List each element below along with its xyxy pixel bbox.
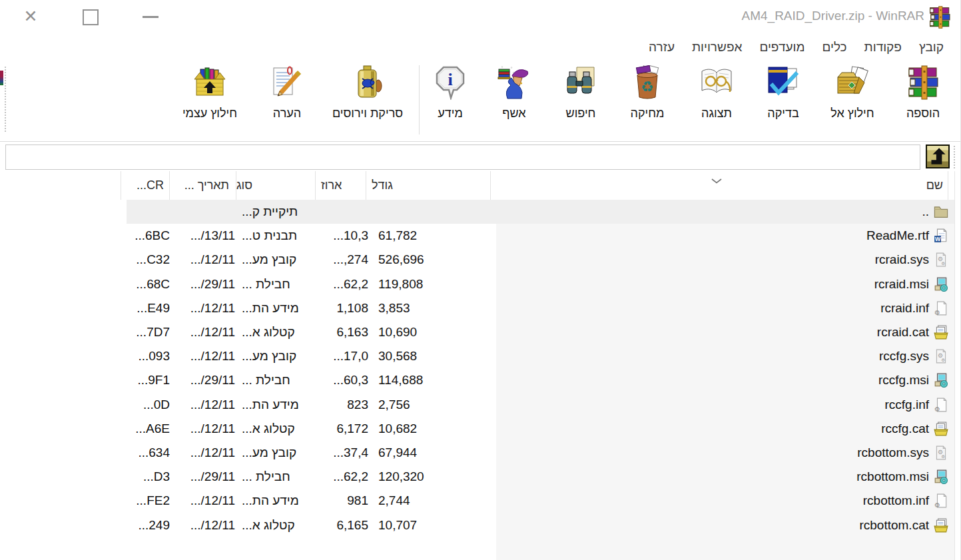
file-row[interactable]: ...6BC.../13/11תבנית ט......10,361,782WR… [0,224,954,248]
toolbar-label: תצוגה [701,107,732,121]
toolbar-label: אשף [502,107,525,121]
view-button[interactable]: תצוגה [682,63,751,121]
maximize-button[interactable] [75,0,107,33]
find-button[interactable]: חיפוש [549,63,613,121]
sfx-button[interactable]: חילוץ עצמי [163,63,256,121]
file-row[interactable]: ...C32.../12/11קובץ מע......,274526,696⚙… [0,248,954,272]
file-name: rcbottom.sys [857,445,929,460]
menu-file[interactable]: קובץ [910,34,952,61]
svg-text:⚙: ⚙ [941,454,945,459]
folder-icon [932,204,950,219]
toolbar-label: חיפוש [566,107,596,121]
addressbar-gripper[interactable] [954,146,956,168]
menu-commands[interactable]: פקודות [856,34,910,61]
virus-scan-icon [350,65,385,103]
cell-date: .../12/11 [175,344,242,368]
cell-crc: ...0D [127,393,175,417]
row-gutter [0,368,127,392]
file-name: rcbottom.cat [859,518,929,533]
cell-packed: ...17,0 [321,344,372,368]
file-row[interactable]: תיקיית ק..... [0,200,954,224]
file-name: .. [922,204,929,219]
extract-to-button[interactable]: חילוץ אל [815,63,890,121]
file-row[interactable]: ...249.../12/11קטלוג א...6,16510,707rcbo… [0,513,954,537]
msi-file-icon [932,373,950,388]
column-header-type[interactable]: סוג [236,171,315,200]
cat-file-icon [932,325,950,340]
cell-packed: ...,274 [321,248,372,272]
cell-crc: ...E49 [127,296,175,320]
add-button[interactable]: הוספה [890,63,956,121]
inf-file-icon: ⚙ [932,493,950,508]
row-gutter [0,296,127,320]
cell-date: .../12/11 [175,320,242,344]
comment-icon [270,65,304,103]
cat-file-icon [932,518,950,533]
test-button[interactable]: בדיקה [751,63,815,121]
cell-type: תיקיית ק... [242,200,321,224]
close-button[interactable]: ✕ [15,0,47,33]
file-row[interactable]: ...0D.../12/11מידע הת...8232,756⚙rccfg.i… [0,393,954,417]
file-name: rcraid.cat [877,325,929,340]
column-header-crc[interactable]: ...CR [121,171,169,200]
wizard-button[interactable]: אשף [480,63,549,121]
file-name: rcraid.inf [880,301,929,316]
menu-favorites[interactable]: מועדפים [751,34,813,61]
file-row[interactable]: ...7D7.../12/11קטלוג א...6,16310,690rcra… [0,320,954,344]
comment-button[interactable]: הערה [256,63,318,121]
file-row[interactable]: ...FE2.../12/11מידע הת...9812,744⚙rcbott… [0,489,954,513]
toolbar-separator [419,65,420,135]
file-name: rcraid.msi [874,277,929,292]
menu-options[interactable]: אפשרויות [683,34,751,61]
file-row[interactable]: ...E49.../12/11מידע הת...1,1083,853⚙rcra… [0,296,954,320]
cell-crc: ...FE2 [127,489,175,513]
delete-button[interactable]: ♻ מחיקה [613,63,682,121]
column-headers: ...CR תאריך ... סוג ארוז גודל שם [0,171,948,200]
column-header-size[interactable]: גודל [366,171,490,200]
cell-crc: ...093 [127,344,175,368]
cell-date: .../29/11 [175,272,242,296]
cell-crc: ...6BC [127,224,175,248]
cell-name: ⚙rcraid.inf [496,296,954,320]
winrar-books-icon [928,6,951,27]
minimize-button[interactable] [135,0,166,33]
menu-tools[interactable]: כלים [813,34,855,61]
info-icon: i [433,65,468,103]
cell-name: WReadMe.rtf [496,224,954,248]
view-file-icon [699,65,734,103]
cell-size: 3,853 [372,296,496,320]
cell-packed: 981 [321,489,372,513]
file-row[interactable]: ...D3.../29/11חבילת ......62,2120,320rcb… [0,465,954,489]
file-row[interactable]: ...A6E.../12/11קטלוג א...6,17210,682rccf… [0,417,954,441]
toolbar-label: בדיקה [767,107,799,121]
cell-type: מידע הת... [242,393,321,417]
file-row[interactable]: ...9F1.../29/11חבילת ......60,3114,688rc… [0,368,954,392]
cell-name: .. [496,200,954,224]
window-title: AM4_RAID_Driver.zip - WinRAR [742,9,925,23]
cell-size: 120,320 [372,465,496,489]
column-header-name[interactable]: שם [490,171,948,200]
virus-scan-button[interactable]: סריקת וירוסים [318,63,418,121]
cell-type: חבילת ... [242,465,321,489]
cell-crc [127,200,175,224]
cell-packed: ...37,4 [321,441,372,465]
toolbar-gripper[interactable] [5,67,6,132]
maximize-icon [83,9,99,25]
file-row[interactable]: ...68C.../29/11חבילת ......62,2119,808rc… [0,272,954,296]
archive-path-input[interactable] [5,144,920,170]
cell-name: rcraid.cat [496,320,954,344]
up-one-level-button[interactable] [923,143,952,171]
file-row[interactable]: ...634.../12/11קובץ מע......37,467,944⚙⚙… [0,441,954,465]
info-button[interactable]: i מידע [421,63,480,121]
cell-packed: ...60,3 [321,368,372,392]
msi-file-icon [932,277,950,292]
file-row[interactable]: ...093.../12/11קובץ מע......17,030,568⚙⚙… [0,344,954,368]
column-header-date[interactable]: תאריך ... [169,171,236,200]
cell-type: קטלוג א... [242,417,321,441]
row-gutter [0,224,127,248]
file-name: rccfg.cat [881,421,929,436]
cell-crc: ...D3 [127,465,175,489]
menu-help[interactable]: עזרה [640,34,683,61]
toolbar-label: מחיקה [631,107,665,121]
column-header-packed[interactable]: ארוז [315,171,366,200]
